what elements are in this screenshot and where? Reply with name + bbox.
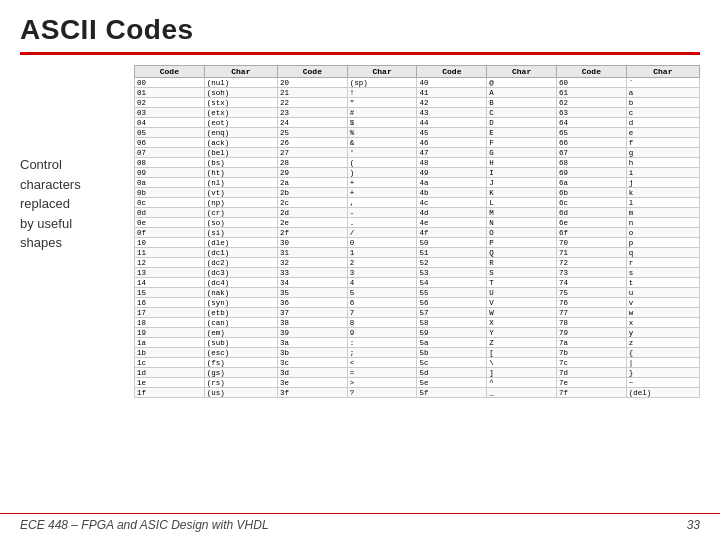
table-row: 02(stx)22"42B62b	[135, 98, 700, 108]
table-row: 0c(np)2c,4cL6cl	[135, 198, 700, 208]
table-row: 0a(nl)2a+4aJ6aj	[135, 178, 700, 188]
code-cell: 08	[135, 158, 205, 168]
code-cell: 65	[556, 128, 626, 138]
code-cell: 06	[135, 138, 205, 148]
char-cell: l	[626, 198, 699, 208]
char-cell: /	[347, 228, 417, 238]
code-cell: 4d	[417, 208, 487, 218]
code-cell: 76	[556, 298, 626, 308]
char-cell: \	[487, 358, 557, 368]
char-cell: a	[626, 88, 699, 98]
code-cell: 18	[135, 318, 205, 328]
char-cell: =	[347, 368, 417, 378]
code-cell: 5a	[417, 338, 487, 348]
char-cell: <	[347, 358, 417, 368]
char-cell: (sp)	[347, 78, 417, 88]
code-cell: 31	[277, 248, 347, 258]
code-cell: 74	[556, 278, 626, 288]
char-cell: (nl)	[204, 178, 277, 188]
code-cell: 01	[135, 88, 205, 98]
char-cell: (us)	[204, 388, 277, 398]
code-cell: 7f	[556, 388, 626, 398]
code-cell: 72	[556, 258, 626, 268]
char-cell: w	[626, 308, 699, 318]
code-cell: 36	[277, 298, 347, 308]
code-cell: 0d	[135, 208, 205, 218]
char-cell: S	[487, 268, 557, 278]
footer-right: 33	[687, 518, 700, 532]
code-cell: 0e	[135, 218, 205, 228]
code-cell: 4b	[417, 188, 487, 198]
table-row: 0d(cr)2d-4dM6dm	[135, 208, 700, 218]
col-header-char4: Char	[626, 66, 699, 78]
char-cell: (etb)	[204, 308, 277, 318]
char-cell: 1	[347, 248, 417, 258]
code-cell: 73	[556, 268, 626, 278]
code-cell: 58	[417, 318, 487, 328]
code-cell: 10	[135, 238, 205, 248]
char-cell: n	[626, 218, 699, 228]
char-cell: 7	[347, 308, 417, 318]
char-cell: @	[487, 78, 557, 88]
page-title: ASCII Codes	[0, 0, 720, 52]
char-cell: x	[626, 318, 699, 328]
code-cell: 44	[417, 118, 487, 128]
char-cell: (can)	[204, 318, 277, 328]
char-cell: 9	[347, 328, 417, 338]
char-cell: m	[626, 208, 699, 218]
char-cell: (np)	[204, 198, 277, 208]
char-cell: }	[626, 368, 699, 378]
code-cell: 28	[277, 158, 347, 168]
char-cell: (si)	[204, 228, 277, 238]
table-row: 07(bel)27'47G67g	[135, 148, 700, 158]
code-cell: 40	[417, 78, 487, 88]
char-cell: "	[347, 98, 417, 108]
code-cell: 17	[135, 308, 205, 318]
char-cell: D	[487, 118, 557, 128]
code-cell: 32	[277, 258, 347, 268]
char-cell: (dc4)	[204, 278, 277, 288]
code-cell: 7c	[556, 358, 626, 368]
char-cell: J	[487, 178, 557, 188]
code-cell: 5f	[417, 388, 487, 398]
char-cell: 0	[347, 238, 417, 248]
char-cell: '	[347, 148, 417, 158]
code-cell: 14	[135, 278, 205, 288]
code-cell: 50	[417, 238, 487, 248]
char-cell: &	[347, 138, 417, 148]
table-row: 09(ht)29)49I69i	[135, 168, 700, 178]
code-cell: 3a	[277, 338, 347, 348]
code-cell: 04	[135, 118, 205, 128]
code-cell: 7a	[556, 338, 626, 348]
char-cell: (vt)	[204, 188, 277, 198]
code-cell: 67	[556, 148, 626, 158]
code-cell: 52	[417, 258, 487, 268]
code-cell: 62	[556, 98, 626, 108]
code-cell: 6f	[556, 228, 626, 238]
char-cell: j	[626, 178, 699, 188]
char-cell: C	[487, 108, 557, 118]
char-cell: z	[626, 338, 699, 348]
code-cell: 5d	[417, 368, 487, 378]
char-cell: >	[347, 378, 417, 388]
char-cell: u	[626, 288, 699, 298]
table-row: 0b(vt)2b+4bK6bk	[135, 188, 700, 198]
char-cell: Q	[487, 248, 557, 258]
col-header-code2: Code	[277, 66, 347, 78]
code-cell: 2f	[277, 228, 347, 238]
char-cell: i	[626, 168, 699, 178]
char-cell: (del)	[626, 388, 699, 398]
code-cell: 39	[277, 328, 347, 338]
char-cell: (dc1)	[204, 248, 277, 258]
char-cell: r	[626, 258, 699, 268]
code-cell: 71	[556, 248, 626, 258]
char-cell: X	[487, 318, 557, 328]
char-cell: +	[347, 188, 417, 198]
char-cell: B	[487, 98, 557, 108]
code-cell: 3e	[277, 378, 347, 388]
code-cell: 1d	[135, 368, 205, 378]
code-cell: 13	[135, 268, 205, 278]
char-cell: (dle)	[204, 238, 277, 248]
char-cell: 3	[347, 268, 417, 278]
char-cell: (cr)	[204, 208, 277, 218]
